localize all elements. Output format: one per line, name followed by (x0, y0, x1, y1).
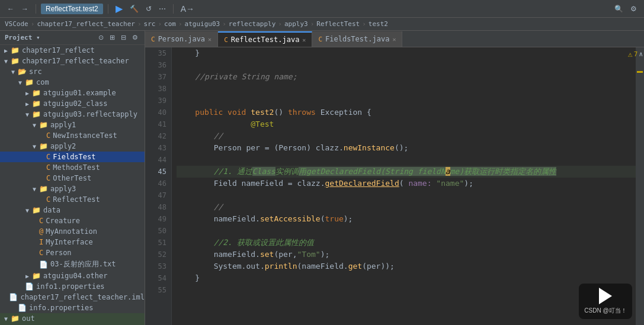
arrow-icon: ▼ (31, 186, 38, 192)
arrow-icon: ▼ (9, 69, 17, 75)
sidebar-item-apply3[interactable]: ▼ 📁 apply3 (0, 184, 145, 194)
breadcrumb-com[interactable]: com (164, 20, 176, 28)
sidebar-header-icons: ⊙ ⊞ ⊟ ⚙ (97, 33, 140, 42)
sidebar-item-newinstancetest[interactable]: ▶ C NewInstanceTest (0, 130, 145, 141)
sidebar-label: chapter17_reflect_teacher.iml (20, 293, 145, 301)
warning-icon: ⚠ (628, 50, 633, 59)
settings-button[interactable]: ⚙ (628, 4, 639, 14)
sidebar-settings-button[interactable]: ⚙ (130, 33, 140, 42)
breadcrumb-chapter17[interactable]: chapter17_reflect_teacher (37, 20, 135, 28)
arrow-icon: ▼ (17, 79, 24, 86)
sidebar-label: Person (46, 249, 71, 257)
separator-3 (173, 4, 174, 14)
sidebar-item-txt03[interactable]: ▶ 📄 03-反射的应用.txt (0, 258, 145, 271)
arrow-icon: ▼ (24, 111, 31, 118)
sidebar-item-data[interactable]: ▼ 📁 data (0, 205, 145, 215)
tab-fieldstest[interactable]: C FieldsTest.java ✕ (312, 31, 402, 47)
java-icon: C (46, 195, 50, 204)
sidebar-item-person[interactable]: ▶ C Person (0, 247, 145, 258)
code-line-45: //1. 通过Class实例调用getDeclaredField(String … (177, 166, 636, 178)
sidebar-item-atguigu04[interactable]: ▶ 📁 atguigu04.other (0, 271, 145, 281)
run-button[interactable]: ▶ (113, 2, 125, 15)
sidebar-item-src[interactable]: ▼ 📂 src (0, 66, 145, 77)
close-tab-button[interactable]: ✕ (208, 36, 212, 43)
back-button[interactable]: ← (5, 4, 17, 14)
sidebar-item-apply2[interactable]: ▼ 📁 apply2 (0, 141, 145, 152)
sidebar-label: atguigu01.example (43, 89, 116, 97)
close-tab-button[interactable]: ✕ (392, 36, 396, 43)
src-icon: 📂 (18, 67, 27, 76)
line-num-51: 51 (152, 237, 166, 249)
sidebar-item-atguigu03[interactable]: ▼ 📁 atguigu03.reflectapply (0, 109, 145, 120)
translate-button[interactable]: A→ (178, 3, 197, 15)
code-editor[interactable]: 35 36 37 38 39 40 41 42 43 44 45 46 47 4… (145, 47, 636, 325)
tab-person[interactable]: C Person.java ✕ (145, 31, 218, 47)
sidebar-item-fieldstest[interactable]: ▶ C FieldsTest (0, 152, 145, 162)
breadcrumb-src[interactable]: src (144, 20, 156, 28)
java-icon: I (39, 238, 43, 246)
forward-button[interactable]: → (19, 4, 31, 14)
sidebar-item-apply1[interactable]: ▼ 📁 apply1 (0, 120, 145, 130)
line-num-42: 42 (152, 130, 166, 142)
file-icon: 📄 (39, 260, 48, 269)
breadcrumb-vscode[interactable]: VSCode (5, 20, 28, 28)
sidebar-locate-button[interactable]: ⊙ (97, 33, 105, 42)
sidebar-item-myinterface[interactable]: ▶ I MyInterface (0, 237, 145, 247)
sidebar-item-methodstest[interactable]: ▶ C MethodsTest (0, 162, 145, 173)
folder-icon: 📁 (39, 121, 48, 129)
sidebar-item-atguigu02[interactable]: ▶ 📁 atguigu02_class (0, 98, 145, 109)
breadcrumb-test2[interactable]: test2 (369, 20, 388, 28)
sidebar-label: atguigu04.other (43, 272, 107, 280)
sidebar-expand-button[interactable]: ⊞ (108, 33, 117, 42)
sidebar-item-iml[interactable]: ▶ 📄 chapter17_reflect_teacher.iml (0, 292, 145, 303)
search-button[interactable]: 🔍 (612, 4, 626, 14)
sidebar-label: chapter17_reflect_teacher (22, 57, 129, 65)
line-num-53: 53 (152, 260, 166, 272)
sidebar-item-out[interactable]: ▼ 📁 out (0, 313, 145, 324)
sidebar-item-com[interactable]: ▼ 📁 com (0, 77, 145, 88)
code-line-35: } (177, 47, 636, 59)
rerun-button[interactable]: ↺ (143, 4, 154, 14)
close-tab-button[interactable]: ✕ (302, 37, 306, 43)
folder-icon: 📁 (32, 272, 41, 280)
arrow-icon: ▼ (2, 316, 9, 322)
arrow-icon: ▼ (24, 207, 31, 214)
java-icon: @ (39, 227, 43, 236)
build-button[interactable]: 🔨 (127, 4, 141, 14)
sidebar-item-reflecttest[interactable]: ▶ C ReflectTest (0, 194, 145, 205)
sidebar-item-othertest[interactable]: ▶ C OtherTest (0, 173, 145, 184)
line-num-48: 48 (152, 201, 166, 213)
code-line-55 (177, 284, 636, 296)
sidebar-label: src (29, 67, 42, 76)
code-line-49: nameField.setAccessible(true); (177, 213, 636, 225)
folder-icon: 📁 (32, 89, 41, 97)
sidebar-item-myannotation[interactable]: ▶ @ MyAnnotation (0, 226, 145, 237)
folder-icon: 📁 (11, 314, 20, 323)
sidebar-item-atguigu01[interactable]: ▶ 📁 atguigu01.example (0, 88, 145, 98)
sidebar-item-info-properties[interactable]: ▶ 📄 info.properties (0, 303, 145, 313)
sidebar-item-chapter17-reflect-teacher[interactable]: ▼ 📁 chapter17_reflect_teacher (0, 56, 145, 66)
code-content[interactable]: } //private String name; ↻ @Test publi (172, 47, 636, 325)
tab-reflecttest[interactable]: C ReflectTest.java ✕ (218, 31, 312, 47)
breadcrumb-atguigu03[interactable]: atguigu03 (185, 20, 220, 28)
sidebar-item-creature[interactable]: ▶ C Creature (0, 215, 145, 226)
breadcrumb-reflectapply[interactable]: reflectapply (229, 20, 275, 28)
folder-icon: 📁 (11, 46, 20, 54)
code-line-42: // (177, 130, 636, 142)
run-config-tab[interactable]: ReflectTest.test2 (41, 4, 103, 14)
folder-icon: 📁 (25, 78, 34, 86)
breadcrumb-reflecttest[interactable]: ReflectTest (316, 20, 360, 28)
code-line-37: //private String name; (177, 71, 636, 83)
breadcrumb-apply3[interactable]: apply3 (284, 20, 308, 28)
sidebar-label: MyInterface (46, 238, 92, 246)
file-icon: 📄 (18, 304, 27, 312)
right-scrollbar-panel: ⚠ 7 ∧ (636, 47, 644, 325)
sidebar-collapse-button[interactable]: ⊟ (119, 33, 128, 42)
arrow-icon: ▼ (31, 143, 38, 150)
warning-expand[interactable]: ∧ (639, 50, 643, 58)
more-button[interactable]: ⋯ (156, 4, 168, 14)
sidebar-item-chapter17-reflect[interactable]: ▶ 📁 chapter17_reflect (0, 45, 145, 56)
sidebar-item-info1[interactable]: ▶ 📄 info1.properties (0, 281, 145, 292)
java-icon: C (46, 163, 50, 172)
arrow-icon: ▶ (24, 90, 31, 96)
